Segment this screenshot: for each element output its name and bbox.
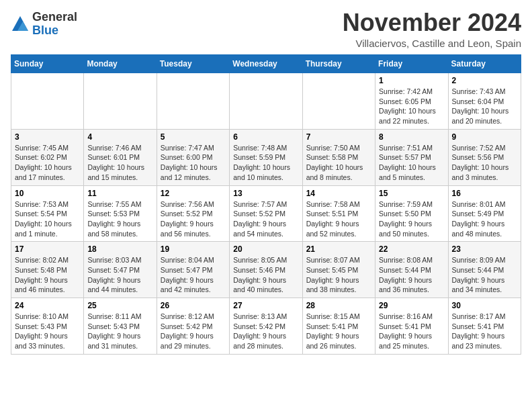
calendar-day-cell: 29Sunrise: 8:16 AM Sunset: 5:41 PM Dayli… (375, 298, 448, 355)
day-info: Sunrise: 8:12 AM Sunset: 5:42 PM Dayligh… (161, 312, 226, 351)
day-info: Sunrise: 8:17 AM Sunset: 5:41 PM Dayligh… (452, 312, 517, 351)
day-info: Sunrise: 8:09 AM Sunset: 5:44 PM Dayligh… (452, 255, 517, 295)
calendar-day-cell: 1Sunrise: 7:42 AM Sunset: 6:05 PM Daylig… (375, 73, 448, 130)
calendar-week-row: 17Sunrise: 8:02 AM Sunset: 5:48 PM Dayli… (11, 242, 521, 298)
day-number: 16 (452, 189, 517, 198)
day-number: 12 (161, 189, 226, 198)
day-info: Sunrise: 7:46 AM Sunset: 6:01 PM Dayligh… (87, 143, 152, 183)
calendar-day-cell: 3Sunrise: 7:45 AM Sunset: 6:02 PM Daylig… (11, 129, 84, 185)
logo-general-text: General (32, 10, 77, 24)
day-info: Sunrise: 8:02 AM Sunset: 5:48 PM Dayligh… (15, 255, 80, 295)
calendar-day-cell: 30Sunrise: 8:17 AM Sunset: 5:41 PM Dayli… (448, 298, 521, 355)
day-number: 10 (15, 189, 80, 198)
day-number: 30 (452, 301, 517, 310)
day-number: 1 (379, 76, 444, 85)
day-info: Sunrise: 8:08 AM Sunset: 5:44 PM Dayligh… (379, 255, 444, 295)
calendar-day-cell: 12Sunrise: 7:56 AM Sunset: 5:52 PM Dayli… (157, 185, 229, 242)
day-info: Sunrise: 8:01 AM Sunset: 5:49 PM Dayligh… (452, 199, 517, 239)
calendar-day-cell (230, 73, 302, 130)
calendar-day-cell: 22Sunrise: 8:08 AM Sunset: 5:44 PM Dayli… (375, 242, 448, 298)
calendar-day-cell: 20Sunrise: 8:05 AM Sunset: 5:46 PM Dayli… (230, 242, 302, 298)
calendar-header-cell: Sunday (11, 55, 84, 73)
calendar-day-cell: 10Sunrise: 7:53 AM Sunset: 5:54 PM Dayli… (11, 185, 84, 242)
day-number: 28 (306, 301, 371, 310)
day-info: Sunrise: 7:48 AM Sunset: 5:59 PM Dayligh… (233, 143, 298, 183)
day-number: 23 (452, 244, 517, 254)
day-number: 4 (87, 132, 152, 142)
calendar-day-cell: 19Sunrise: 8:04 AM Sunset: 5:47 PM Dayli… (157, 242, 229, 298)
day-number: 21 (306, 244, 371, 254)
calendar-day-cell: 7Sunrise: 7:50 AM Sunset: 5:58 PM Daylig… (302, 129, 375, 185)
day-number: 9 (452, 132, 517, 142)
calendar-header-cell: Thursday (302, 55, 375, 73)
day-number: 13 (233, 189, 298, 198)
day-number: 8 (379, 132, 444, 142)
day-info: Sunrise: 7:43 AM Sunset: 6:04 PM Dayligh… (452, 87, 517, 126)
calendar-day-cell: 2Sunrise: 7:43 AM Sunset: 6:04 PM Daylig… (448, 73, 521, 130)
calendar-day-cell (302, 73, 375, 130)
month-title: November 2024 (343, 11, 521, 35)
day-info: Sunrise: 8:04 AM Sunset: 5:47 PM Dayligh… (161, 255, 226, 295)
calendar-table: SundayMondayTuesdayWednesdayThursdayFrid… (11, 54, 521, 355)
calendar-day-cell: 25Sunrise: 8:11 AM Sunset: 5:43 PM Dayli… (84, 298, 157, 355)
day-info: Sunrise: 8:03 AM Sunset: 5:47 PM Dayligh… (87, 255, 152, 295)
title-area: November 2024 Villaciervos, Castille and… (343, 11, 521, 49)
calendar-day-cell: 11Sunrise: 7:55 AM Sunset: 5:53 PM Dayli… (84, 185, 157, 242)
day-info: Sunrise: 7:45 AM Sunset: 6:02 PM Dayligh… (15, 143, 80, 183)
calendar-week-row: 24Sunrise: 8:10 AM Sunset: 5:43 PM Dayli… (11, 298, 521, 355)
calendar-week-row: 3Sunrise: 7:45 AM Sunset: 6:02 PM Daylig… (11, 129, 521, 185)
day-number: 25 (87, 301, 152, 310)
day-info: Sunrise: 7:42 AM Sunset: 6:05 PM Dayligh… (379, 87, 444, 126)
day-number: 5 (161, 132, 226, 142)
day-info: Sunrise: 7:50 AM Sunset: 5:58 PM Dayligh… (306, 143, 371, 183)
day-info: Sunrise: 8:07 AM Sunset: 5:45 PM Dayligh… (306, 255, 371, 295)
calendar-day-cell: 28Sunrise: 8:15 AM Sunset: 5:41 PM Dayli… (302, 298, 375, 355)
day-info: Sunrise: 8:11 AM Sunset: 5:43 PM Dayligh… (87, 312, 152, 351)
calendar-header-cell: Monday (84, 55, 157, 73)
day-info: Sunrise: 8:15 AM Sunset: 5:41 PM Dayligh… (306, 312, 371, 351)
day-info: Sunrise: 7:59 AM Sunset: 5:50 PM Dayligh… (379, 199, 444, 239)
day-info: Sunrise: 7:51 AM Sunset: 5:57 PM Dayligh… (379, 143, 444, 183)
calendar-header-cell: Wednesday (230, 55, 302, 73)
day-info: Sunrise: 7:56 AM Sunset: 5:52 PM Dayligh… (161, 199, 226, 239)
calendar-day-cell (11, 73, 84, 130)
day-info: Sunrise: 8:16 AM Sunset: 5:41 PM Dayligh… (379, 312, 444, 351)
day-number: 2 (452, 76, 517, 85)
day-number: 26 (161, 301, 226, 310)
day-number: 3 (15, 132, 80, 142)
day-info: Sunrise: 7:53 AM Sunset: 5:54 PM Dayligh… (15, 199, 80, 239)
calendar-day-cell: 14Sunrise: 7:58 AM Sunset: 5:51 PM Dayli… (302, 185, 375, 242)
calendar-week-row: 10Sunrise: 7:53 AM Sunset: 5:54 PM Dayli… (11, 185, 521, 242)
day-number: 20 (233, 244, 298, 254)
calendar-day-cell: 9Sunrise: 7:52 AM Sunset: 5:56 PM Daylig… (448, 129, 521, 185)
calendar-day-cell: 8Sunrise: 7:51 AM Sunset: 5:57 PM Daylig… (375, 129, 448, 185)
day-number: 15 (379, 189, 444, 198)
calendar-day-cell: 17Sunrise: 8:02 AM Sunset: 5:48 PM Dayli… (11, 242, 84, 298)
logo-blue-text: Blue (32, 24, 58, 37)
day-info: Sunrise: 7:57 AM Sunset: 5:52 PM Dayligh… (233, 199, 298, 239)
calendar-day-cell: 18Sunrise: 8:03 AM Sunset: 5:47 PM Dayli… (84, 242, 157, 298)
day-number: 19 (161, 244, 226, 254)
day-number: 11 (87, 189, 152, 198)
calendar-day-cell: 15Sunrise: 7:59 AM Sunset: 5:50 PM Dayli… (375, 185, 448, 242)
day-info: Sunrise: 7:47 AM Sunset: 6:00 PM Dayligh… (161, 143, 226, 183)
page-header: General Blue November 2024 Villaciervos,… (11, 11, 521, 49)
day-number: 17 (15, 244, 80, 254)
calendar-week-row: 1Sunrise: 7:42 AM Sunset: 6:05 PM Daylig… (11, 73, 521, 130)
calendar-day-cell: 4Sunrise: 7:46 AM Sunset: 6:01 PM Daylig… (84, 129, 157, 185)
logo-icon (11, 15, 30, 34)
day-info: Sunrise: 8:10 AM Sunset: 5:43 PM Dayligh… (15, 312, 80, 351)
calendar-day-cell: 16Sunrise: 8:01 AM Sunset: 5:49 PM Dayli… (448, 185, 521, 242)
day-number: 24 (15, 301, 80, 310)
day-number: 18 (87, 244, 152, 254)
day-number: 7 (306, 132, 371, 142)
day-info: Sunrise: 8:05 AM Sunset: 5:46 PM Dayligh… (233, 255, 298, 295)
calendar-day-cell: 5Sunrise: 7:47 AM Sunset: 6:00 PM Daylig… (157, 129, 229, 185)
calendar-day-cell: 23Sunrise: 8:09 AM Sunset: 5:44 PM Dayli… (448, 242, 521, 298)
calendar-day-cell: 21Sunrise: 8:07 AM Sunset: 5:45 PM Dayli… (302, 242, 375, 298)
day-number: 6 (233, 132, 298, 142)
day-number: 29 (379, 301, 444, 310)
calendar-day-cell: 26Sunrise: 8:12 AM Sunset: 5:42 PM Dayli… (157, 298, 229, 355)
calendar-day-cell (157, 73, 229, 130)
calendar-day-cell: 13Sunrise: 7:57 AM Sunset: 5:52 PM Dayli… (230, 185, 302, 242)
